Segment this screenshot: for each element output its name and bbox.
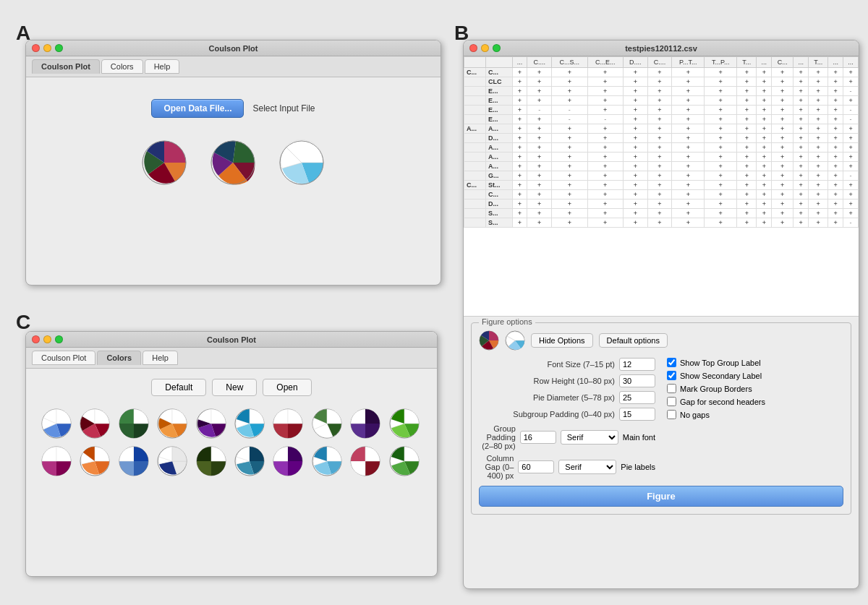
color-pie-16[interactable] xyxy=(234,445,265,477)
show-secondary-checkbox[interactable] xyxy=(667,371,676,380)
pie-diameter-input[interactable] xyxy=(619,391,655,404)
group-padding-input[interactable] xyxy=(520,431,556,444)
window-a: Coulson Plot Coulson Plot Colors Help Op… xyxy=(25,40,441,286)
show-secondary-row: Show Secondary Label xyxy=(667,371,843,380)
mark-group-borders-label: Mark Group Borders xyxy=(680,385,752,393)
fig-pie-icon-2 xyxy=(505,330,525,351)
default-options-button[interactable]: Default options xyxy=(599,333,668,348)
figure-options-panel: Figure options Hid xyxy=(464,317,859,520)
color-pie-7[interactable] xyxy=(272,408,304,439)
col-h15: ... xyxy=(843,57,859,68)
toolbar-c: Coulson Plot Colors Help xyxy=(26,348,437,369)
maximize-button-a[interactable] xyxy=(55,44,63,52)
minimize-button-a[interactable] xyxy=(43,44,51,52)
color-pie-11[interactable] xyxy=(41,445,72,477)
maximize-button-b[interactable] xyxy=(493,44,501,52)
color-pie-4[interactable] xyxy=(156,408,188,439)
fig-form-grid: Font Size (7–15 pt) Row Height (10–80 px… xyxy=(479,358,843,480)
no-gaps-row: No gaps xyxy=(667,410,843,419)
show-top-group-checkbox[interactable] xyxy=(667,358,676,367)
default-color-button[interactable]: Default xyxy=(151,379,206,396)
column-gap-input[interactable] xyxy=(518,460,554,473)
col-empty2 xyxy=(486,57,513,68)
close-button-b[interactable] xyxy=(469,44,477,52)
window-title-a: Coulson Plot xyxy=(209,44,258,53)
figure-button[interactable]: Figure xyxy=(479,486,843,507)
color-pie-5[interactable] xyxy=(195,408,227,439)
tab-help-a[interactable]: Help xyxy=(145,59,180,74)
figure-options-legend: Figure options xyxy=(479,317,535,326)
tab-help-c[interactable]: Help xyxy=(142,351,178,365)
color-pie-6[interactable] xyxy=(234,408,265,439)
col-h8: T...P... xyxy=(705,57,737,68)
table-row: E...+++++++++++++++ xyxy=(464,96,859,106)
maximize-button-c[interactable] xyxy=(55,335,63,343)
show-secondary-label: Show Secondary Label xyxy=(680,372,762,380)
font-size-input[interactable] xyxy=(619,358,655,371)
tab-colors-a[interactable]: Colors xyxy=(101,59,143,74)
col-h9: T... xyxy=(737,57,757,68)
colors-btn-row: Default New Open xyxy=(41,379,422,396)
no-gaps-checkbox[interactable] xyxy=(667,410,676,419)
color-pie-9[interactable] xyxy=(349,408,381,439)
table-row: C...C...+++++++++++++++ xyxy=(464,68,859,77)
minimize-button-c[interactable] xyxy=(43,335,51,343)
col-h6: C.... xyxy=(647,57,672,68)
gap-second-headers-checkbox[interactable] xyxy=(667,397,676,406)
color-pie-14[interactable] xyxy=(156,445,188,477)
csv-table-area[interactable]: ... C.... C...S... C...E... D.... C.... … xyxy=(464,56,859,317)
table-row: A...A...+++++++++++++++ xyxy=(464,124,859,134)
color-pie-18[interactable] xyxy=(311,445,343,477)
row-height-label: Row Height (10–80 px) xyxy=(479,377,615,385)
row-height-input[interactable] xyxy=(619,374,655,387)
titlebar-a: Coulson Plot xyxy=(26,40,441,56)
color-pie-20[interactable] xyxy=(388,445,420,477)
close-button-c[interactable] xyxy=(32,335,40,343)
main-font-select[interactable]: SerifSans-serif xyxy=(561,430,618,445)
window-c: Coulson Plot Coulson Plot Colors Help De… xyxy=(25,331,438,577)
show-top-group-label: Show Top Group Label xyxy=(680,359,761,367)
mark-group-borders-checkbox[interactable] xyxy=(667,384,676,393)
color-pie-15[interactable] xyxy=(195,445,227,477)
titlebar-c: Coulson Plot xyxy=(26,332,437,348)
col-h2: C.... xyxy=(527,57,552,68)
col-h14: ... xyxy=(828,57,843,68)
table-row: CLC+++++++++++++++ xyxy=(464,77,859,87)
sample-pies-row xyxy=(141,140,326,186)
tab-coulson-plot-a[interactable]: Coulson Plot xyxy=(32,59,100,74)
color-pie-8[interactable] xyxy=(311,408,343,439)
minimize-button-b[interactable] xyxy=(481,44,489,52)
color-pie-19[interactable] xyxy=(349,445,381,477)
color-pie-13[interactable] xyxy=(118,445,150,477)
font-size-row: Font Size (7–15 pt) xyxy=(479,358,655,371)
color-pie-3[interactable] xyxy=(118,408,150,439)
color-pie-2[interactable] xyxy=(79,408,111,439)
table-row: A...+++++++++++++++ xyxy=(464,162,859,171)
sample-pie-2 xyxy=(210,140,257,186)
traffic-lights-c xyxy=(32,335,63,343)
close-button-a[interactable] xyxy=(32,44,40,52)
hide-options-button[interactable]: Hide Options xyxy=(531,333,593,348)
fig-pie-icon-1 xyxy=(479,330,499,351)
mark-group-borders-row: Mark Group Borders xyxy=(667,384,843,393)
open-color-button[interactable]: Open xyxy=(263,379,311,396)
tab-coulson-plot-c[interactable]: Coulson Plot xyxy=(32,351,95,365)
window-title-c: Coulson Plot xyxy=(207,335,256,344)
table-row: S...++++++++++++++- xyxy=(464,218,859,228)
col-h11: C... xyxy=(772,57,793,68)
tab-colors-c[interactable]: Colors xyxy=(97,351,141,365)
main-font-label: Main font xyxy=(623,433,655,442)
col-h3: C...S... xyxy=(552,57,587,68)
pie-diameter-row: Pie Diameter (5–78 px) xyxy=(479,391,655,404)
color-pie-12[interactable] xyxy=(79,445,111,477)
subgroup-padding-input[interactable] xyxy=(619,408,655,421)
open-data-button[interactable]: Open Data File... xyxy=(151,99,244,118)
pie-labels-select[interactable]: SerifSans-serif xyxy=(558,460,616,474)
section-label-c: C xyxy=(16,311,30,334)
color-pie-17[interactable] xyxy=(272,445,304,477)
color-pie-1[interactable] xyxy=(41,408,72,439)
color-pie-10[interactable] xyxy=(388,408,420,439)
traffic-lights-b xyxy=(469,44,501,52)
subgroup-padding-row: Subgroup Padding (0–40 px) xyxy=(479,408,655,421)
new-color-button[interactable]: New xyxy=(212,379,257,396)
